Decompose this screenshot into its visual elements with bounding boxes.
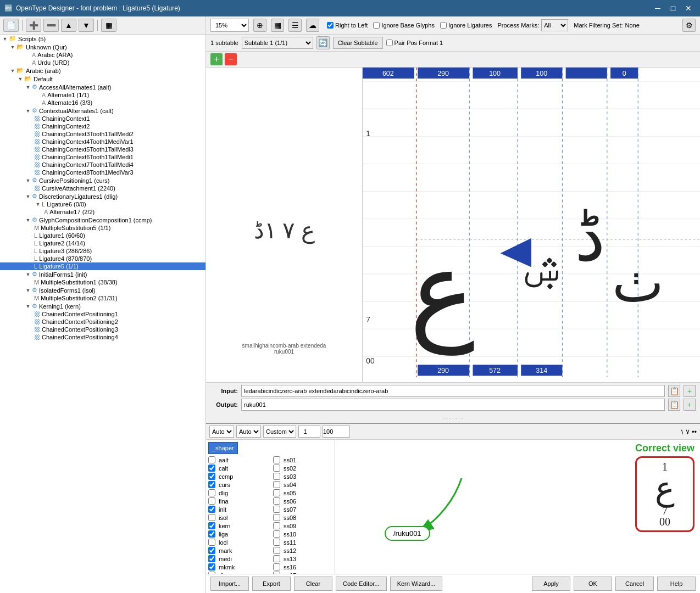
remove-entry-button[interactable]: − <box>225 53 237 65</box>
tree-item-alternate16[interactable]: A Alternate16 (3/3) <box>0 99 205 107</box>
clear-subtable-button[interactable]: Clear Subtable <box>333 37 383 49</box>
cloud-button[interactable]: ☁ <box>306 19 319 32</box>
clear-button[interactable]: Clear <box>294 577 332 591</box>
tree-item-chain7[interactable]: ⛓ ChainingContext7Tooth1TallMedi4 <box>0 161 205 169</box>
feature-fina[interactable]: fina <box>208 497 268 505</box>
tree-item-urdu[interactable]: A Urdu (URD) <box>0 59 205 66</box>
maximize-button[interactable]: □ <box>666 3 680 14</box>
tree-item-ligature6[interactable]: ▼ L Ligature6 (0/0) <box>0 200 205 208</box>
tree-item-arabic-ara[interactable]: A Arabic (ARA) <box>0 51 205 59</box>
tree-item-ligature3[interactable]: L Ligature3 (286/286) <box>0 247 205 255</box>
tree-item-chain-pos2[interactable]: ⛓ ChainedContextPositioning2 <box>0 318 205 326</box>
tree-item-unknown[interactable]: ▼ 📂 Unknown (Qur) <box>0 43 205 51</box>
tree-item-contextual-alt[interactable]: ▼ ⚙ ContextualAlternates1 (calt) <box>0 107 205 115</box>
tree-item-alternate1[interactable]: A Alternate1 (1/1) <box>0 91 205 99</box>
feature-kern[interactable]: kern <box>208 522 268 529</box>
list-view-button[interactable]: ☰ <box>288 19 302 32</box>
tree-item-initial-forms[interactable]: ▼ ⚙ InitialForms1 (init) <box>0 270 205 278</box>
feature-mkmk[interactable]: mkmk <box>208 563 268 570</box>
subtable-refresh-button[interactable]: 🔄 <box>316 36 330 49</box>
tree-item-chain2[interactable]: ⛓ ChainingContext2 <box>0 122 205 130</box>
tree-item-chain-pos1[interactable]: ⛓ ChainedContextPositioning1 <box>0 310 205 318</box>
feature-ss11[interactable]: ss11 <box>273 539 332 546</box>
close-button[interactable]: ✕ <box>681 3 696 14</box>
feature-medi[interactable]: medi <box>208 555 268 562</box>
input-add-button[interactable]: + <box>684 385 696 397</box>
scripts-button[interactable]: 📄 <box>3 19 19 32</box>
feature-curs[interactable]: curs <box>208 481 268 488</box>
feature-ss13[interactable]: ss13 <box>273 555 332 562</box>
help-button[interactable]: Help <box>657 577 696 591</box>
tree-item-chain4[interactable]: ⛓ ChainingContext4Tooth1MediVar1 <box>0 138 205 146</box>
feature-ss16[interactable]: ss16 <box>273 563 332 570</box>
tree-item-chain8[interactable]: ⛓ ChainingContext8Tooth1MediVar3 <box>0 169 205 176</box>
percent-input[interactable] <box>323 426 350 438</box>
tree-item-cursive-pos[interactable]: ▼ ⚙ CursivePositioning1 (curs) <box>0 176 205 184</box>
move-down-button[interactable]: ▼ <box>79 19 94 32</box>
feature-ss01[interactable]: ss01 <box>273 456 332 463</box>
feature-liga[interactable]: liga <box>208 530 268 538</box>
tree-item-multi-sub2[interactable]: M MultipleSubstitution2 (31/31) <box>0 294 205 302</box>
shaper-button[interactable]: _shaper <box>208 442 238 454</box>
feature-mark[interactable]: mark <box>208 547 268 554</box>
tree-item-cursive-att[interactable]: ⛓ CursiveAttachment1 (2240) <box>0 184 205 192</box>
feature-aalt[interactable]: aalt <box>208 456 268 463</box>
tree-item-access-all[interactable]: ▼ ⚙ AccessAllAlternates1 (aalt) <box>0 83 205 91</box>
feature-ss02[interactable]: ss02 <box>273 465 332 472</box>
pair-pos-checkbox[interactable]: Pair Pos Format 1 <box>386 40 443 46</box>
feature-ss08[interactable]: ss08 <box>273 514 332 521</box>
feature-ss04[interactable]: ss04 <box>273 481 332 488</box>
feature-ccmp[interactable]: ccmp <box>208 473 268 480</box>
process-marks-select[interactable]: All None <box>541 19 568 31</box>
tree-item-ligature4[interactable]: L Ligature4 (870/870) <box>0 255 205 262</box>
apply-button[interactable]: Apply <box>532 577 570 591</box>
output-add-button[interactable]: + <box>684 399 696 411</box>
feature-calt[interactable]: calt <box>208 465 268 472</box>
feature-ss03[interactable]: ss03 <box>273 473 332 480</box>
ignore-lig-checkbox[interactable]: Ignore Ligatures <box>440 22 492 29</box>
auto-select-2[interactable]: Auto <box>236 426 261 438</box>
custom-select[interactable]: Custom <box>263 426 296 438</box>
tree-item-scripts[interactable]: ▼ 📁 Scripts (5) <box>0 35 205 43</box>
feature-ss09[interactable]: ss09 <box>273 522 332 529</box>
settings-button[interactable]: ⚙ <box>682 19 696 32</box>
add-button[interactable]: ➕ <box>26 19 41 32</box>
kern-wizard-button[interactable]: Kern Wizard... <box>390 577 443 591</box>
tree-item-chain-pos3[interactable]: ⛓ ChainedContextPositioning3 <box>0 326 205 333</box>
tree-item-ligature5[interactable]: L Ligature5 (1/1) <box>0 262 205 270</box>
tree-item-glyph-comp[interactable]: ▼ ⚙ GlyphCompositionDecomposition1 (ccmp… <box>0 216 205 224</box>
zoom-select[interactable]: 15% 25% 50% 100% <box>210 19 249 32</box>
right-to-left-checkbox[interactable]: Right to Left <box>327 22 368 29</box>
feature-init[interactable]: init <box>208 506 268 513</box>
subtable-select[interactable]: Subtable 1 (1/1) <box>242 37 313 49</box>
input-copy-button[interactable]: 📋 <box>668 385 680 397</box>
tree-item-kerning1[interactable]: ▼ ⚙ Kerning1 (kern) <box>0 302 205 310</box>
ignore-base-checkbox[interactable]: Ignore Base Glyphs <box>373 22 435 29</box>
input-field[interactable] <box>241 385 665 397</box>
add-entry-button[interactable]: + <box>210 53 223 65</box>
minimize-button[interactable]: ─ <box>651 3 665 14</box>
tree-item-alternate17[interactable]: A Alternate17 (2/2) <box>0 208 205 216</box>
feature-ss07[interactable]: ss07 <box>273 506 332 513</box>
grid-button[interactable]: ▦ <box>101 19 116 32</box>
tree-item-arabic-arab[interactable]: ▼ 📂 Arabic (arab) <box>0 66 205 75</box>
tree-item-chain6[interactable]: ⛓ ChainingContext6Tooth1TallMedi1 <box>0 153 205 161</box>
num-input[interactable] <box>298 426 320 438</box>
ok-button[interactable]: OK <box>574 577 612 591</box>
tree-item-chain-pos4[interactable]: ⛓ ChainedContextPositioning4 <box>0 333 205 341</box>
remove-button[interactable]: ➖ <box>43 19 59 32</box>
import-button[interactable]: Import... <box>210 577 249 591</box>
grid-view-button[interactable]: ▦ <box>271 19 284 32</box>
tree-item-chain5[interactable]: ⛓ ChainingContext5Tooth1TallMedi3 <box>0 146 205 153</box>
feature-dlig[interactable]: dlig <box>208 489 268 496</box>
feature-ss06[interactable]: ss06 <box>273 497 332 505</box>
tree-item-discret-lig[interactable]: ▼ ⚙ DiscretionaryLigatures1 (dlig) <box>0 192 205 200</box>
feature-ss10[interactable]: ss10 <box>273 530 332 538</box>
tree-item-multi-sub1[interactable]: M MultipleSubstitution1 (38/38) <box>0 278 205 286</box>
feature-ss05[interactable]: ss05 <box>273 489 332 496</box>
tree-item-chain3[interactable]: ⛓ ChainingContext3Tooth1TallMedi2 <box>0 130 205 138</box>
tree-item-default[interactable]: ▼ 📂 Default <box>0 75 205 83</box>
output-copy-button[interactable]: 📋 <box>668 399 680 411</box>
output-field[interactable] <box>241 399 665 411</box>
tree-item-isolated-forms[interactable]: ▼ ⚙ IsolatedForms1 (isol) <box>0 286 205 294</box>
